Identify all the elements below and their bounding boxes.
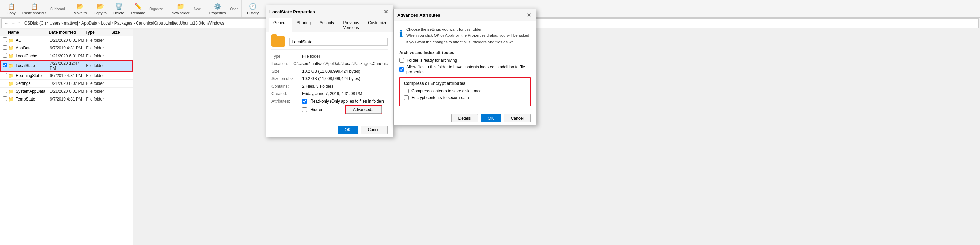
hidden-checkbox[interactable]: [302, 107, 307, 112]
new-folder-button[interactable]: 📁 New folder: [169, 2, 192, 16]
col-header-date[interactable]: Date modified: [49, 30, 85, 35]
delete-button[interactable]: 🗑️ Delete: [111, 2, 127, 16]
properties-button[interactable]: ⚙️ Properties: [206, 2, 229, 16]
delete-icon: 🗑️: [115, 3, 123, 10]
folder-icon: 📁: [8, 73, 14, 78]
properties-footer: OK Cancel: [266, 123, 393, 137]
encrypt-checkbox[interactable]: [404, 95, 409, 100]
prop-contains-row: Contains: 2 Files, 3 Folders: [272, 84, 388, 89]
properties-title-bar: LocalState Properties ✕: [266, 5, 393, 18]
move-label: Move to: [73, 11, 87, 15]
folder-icon: 📁: [8, 63, 14, 68]
folder-icon: 📁: [8, 38, 14, 43]
properties-close-button[interactable]: ✕: [382, 8, 390, 16]
table-row[interactable]: 📁 AppData 6/7/2019 4:31 PM File folder: [0, 44, 132, 52]
advanced-footer: Details OK Cancel: [394, 111, 536, 125]
folder-name-input[interactable]: [289, 38, 388, 46]
nav-forward-icon[interactable]: →: [11, 21, 15, 25]
tab-sharing[interactable]: Sharing: [292, 18, 315, 32]
row-checkbox[interactable]: [3, 45, 7, 50]
row-checkbox[interactable]: [3, 63, 7, 67]
paste-shortcut-button[interactable]: 📋 Paste shortcut: [20, 2, 49, 16]
adv-cancel-button[interactable]: Cancel: [504, 114, 531, 123]
history-icon: 🕐: [249, 3, 256, 10]
table-row[interactable]: 📁 LocalCache 1/21/2020 6:01 PM File fold…: [0, 52, 132, 60]
row-checkbox[interactable]: [3, 89, 7, 93]
new-group: 📁 New folder New: [166, 0, 204, 18]
paste-icon: 📋: [31, 3, 38, 10]
open-group: ⚙️ Properties Open: [204, 0, 242, 18]
table-row[interactable]: 📁 RoamingState 6/7/2019 4:31 PM File fol…: [0, 72, 132, 80]
clipboard-label: Clipboard: [51, 7, 65, 11]
tab-previous-versions[interactable]: Previous Versions: [339, 18, 363, 32]
archive-check1[interactable]: [399, 58, 404, 63]
file-list-header: Name Date modified Type Size: [0, 29, 132, 37]
col-header-name[interactable]: Name: [8, 30, 49, 35]
new-folder-label: New folder: [172, 11, 190, 15]
details-button[interactable]: Details: [451, 114, 478, 123]
move-to-button[interactable]: 📂 Move to: [71, 2, 89, 16]
table-row[interactable]: 📁 TempState 6/7/2019 4:31 PM File folder: [0, 95, 132, 103]
advanced-button[interactable]: Advanced...: [346, 106, 382, 114]
prop-size-label: Size:: [272, 69, 302, 73]
row-checkbox[interactable]: [3, 53, 7, 57]
prop-location-row: Location: C:\Users\mattwoj\AppData\Local…: [272, 61, 388, 66]
file-type: File folder: [86, 38, 112, 43]
prop-location-value: C:\Users\mattwoj\AppData\Local\Packages\…: [293, 61, 388, 66]
hidden-label: Hidden: [310, 107, 323, 112]
table-row[interactable]: 📁 SystemAppData 1/21/2020 6:01 PM File f…: [0, 88, 132, 95]
table-row[interactable]: 📁 LocalState 7/27/2020 12:47 PM File fol…: [0, 60, 132, 72]
advanced-title-bar: Advanced Attributes ✕: [394, 9, 536, 21]
advanced-info: ℹ Choose the settings you want for this …: [399, 26, 531, 45]
row-checkbox[interactable]: [3, 73, 7, 77]
table-row[interactable]: 📁 Settings 1/21/2020 6:02 PM File folder: [0, 80, 132, 88]
archive-check2[interactable]: [399, 67, 404, 72]
copy-button[interactable]: 📋 Copy: [4, 2, 18, 16]
properties-dialog: LocalState Properties ✕ General Sharing …: [266, 5, 393, 137]
organize-group: 📂 Move to 📂 Copy to 🗑️ Delete ✏️ Rename …: [68, 0, 166, 18]
readonly-checkbox[interactable]: [302, 99, 307, 103]
col-header-type[interactable]: Type: [86, 30, 112, 35]
copy-to-button[interactable]: 📂 Copy to: [91, 2, 109, 16]
file-type: File folder: [86, 46, 112, 51]
prop-size-value: 10.2 GB (11,008,999,424 bytes): [302, 69, 388, 73]
file-type: File folder: [86, 54, 112, 58]
organize-label: Organize: [149, 7, 163, 11]
adv-ok-button[interactable]: OK: [480, 114, 501, 123]
folder-large-icon: [272, 37, 285, 47]
folder-icon: 📁: [8, 53, 14, 59]
new-folder-icon: 📁: [177, 3, 184, 10]
table-row[interactable]: 📁 AC 1/21/2020 6:01 PM File folder: [0, 37, 132, 44]
prop-type-label: Type:: [272, 54, 302, 59]
open-label: Open: [230, 7, 239, 11]
properties-tabs: General Sharing Security Previous Versio…: [266, 18, 393, 32]
history-button[interactable]: 🕐 History: [244, 2, 261, 16]
nav-up-icon[interactable]: ↑: [18, 21, 20, 25]
info-icon: ℹ: [399, 27, 403, 41]
prop-size-row: Size: 10.2 GB (11,008,999,424 bytes): [272, 69, 388, 73]
nav-back-icon[interactable]: ←: [5, 21, 8, 25]
compress-checkbox[interactable]: [404, 89, 409, 93]
tab-customize[interactable]: Customize: [363, 18, 392, 32]
compress-check-row: Compress contents to save disk space: [404, 89, 526, 93]
tab-security[interactable]: Security: [315, 18, 339, 32]
folder-name-row: [272, 37, 388, 50]
file-name: TempState: [16, 97, 50, 102]
main-area: Name Date modified Type Size 📁 AC 1/21/2…: [0, 29, 980, 245]
clipboard-group: 📋 Copy 📋 Paste shortcut Clipboard: [2, 0, 68, 18]
file-date: 1/21/2020 6:01 PM: [50, 38, 86, 43]
compress-section: Compress or Encrypt attributes Compress …: [399, 77, 531, 106]
file-pane: Name Date modified Type Size 📁 AC 1/21/2…: [0, 29, 133, 245]
row-checkbox[interactable]: [3, 96, 7, 101]
tab-general[interactable]: General: [269, 18, 292, 32]
ok-button[interactable]: OK: [337, 126, 358, 134]
advanced-close-button[interactable]: ✕: [525, 11, 533, 19]
delete-label: Delete: [113, 11, 124, 15]
cancel-button[interactable]: Cancel: [361, 126, 388, 134]
col-header-size[interactable]: Size: [111, 30, 130, 35]
row-checkbox[interactable]: [3, 81, 7, 85]
rename-button[interactable]: ✏️ Rename: [129, 2, 148, 16]
properties-label: Properties: [209, 11, 226, 15]
row-checkbox[interactable]: [3, 38, 7, 42]
file-name: AC: [16, 38, 50, 43]
